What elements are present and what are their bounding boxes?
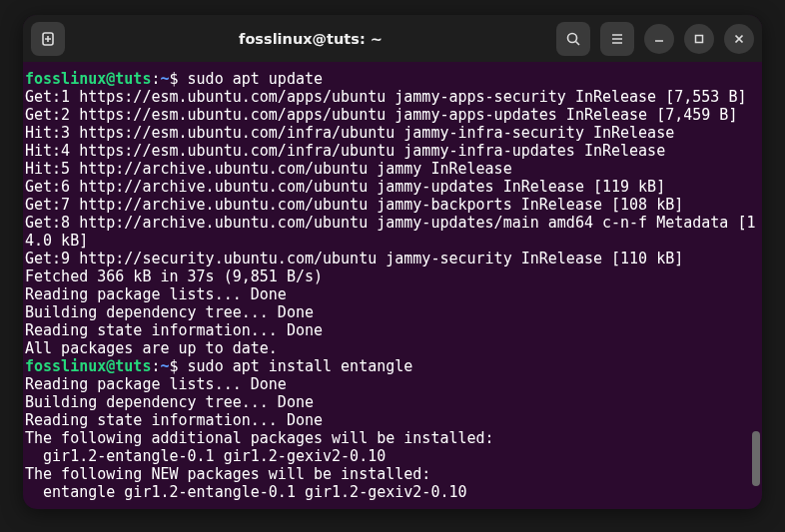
terminal-content[interactable]: fosslinux@tuts:~$ sudo apt update Get:1 … bbox=[23, 62, 762, 509]
output-line: Get:9 http://security.ubuntu.com/ubuntu … bbox=[25, 250, 760, 267]
svg-point-3 bbox=[568, 33, 577, 42]
output-line: The following NEW packages will be insta… bbox=[25, 465, 760, 483]
output-line: Reading state information... Done bbox=[25, 321, 760, 339]
output-line: Hit:4 https://esm.ubuntu.com/infra/ubunt… bbox=[25, 142, 760, 160]
output-line: Get:2 https://esm.ubuntu.com/apps/ubuntu… bbox=[25, 106, 760, 124]
output-line: Reading state information... Done bbox=[25, 411, 760, 429]
prompt-path: ~ bbox=[160, 70, 169, 88]
maximize-icon bbox=[692, 32, 706, 46]
command-text: sudo apt update bbox=[188, 70, 323, 88]
prompt-path: ~ bbox=[160, 357, 169, 375]
prompt-user: fosslinux@tuts bbox=[25, 70, 151, 88]
output-line: Reading package lists... Done bbox=[25, 285, 760, 303]
output-line: Get:1 https://esm.ubuntu.com/apps/ubuntu… bbox=[25, 88, 760, 106]
new-tab-button[interactable] bbox=[31, 22, 65, 56]
output-line: The following additional packages will b… bbox=[25, 429, 760, 447]
minimize-button[interactable] bbox=[644, 24, 674, 54]
menu-button[interactable] bbox=[600, 22, 634, 56]
close-icon bbox=[732, 32, 746, 46]
prompt-line: fosslinux@tuts:~$ sudo apt install entan… bbox=[25, 357, 760, 375]
output-line: Hit:3 https://esm.ubuntu.com/infra/ubunt… bbox=[25, 124, 760, 142]
search-button[interactable] bbox=[556, 22, 590, 56]
new-tab-icon bbox=[40, 31, 56, 47]
output-line: All packages are up to date. bbox=[25, 339, 760, 357]
output-line: gir1.2-entangle-0.1 gir1.2-gexiv2-0.10 bbox=[25, 447, 760, 465]
output-line: Reading package lists... Done bbox=[25, 375, 760, 393]
prompt-line: fosslinux@tuts:~$ sudo apt update bbox=[25, 70, 760, 88]
command-text: sudo apt install entangle bbox=[188, 357, 413, 375]
output-line: Building dependency tree... Done bbox=[25, 393, 760, 411]
output-line: Get:7 http://archive.ubuntu.com/ubuntu j… bbox=[25, 196, 760, 214]
maximize-button[interactable] bbox=[684, 24, 714, 54]
output-line: Get:8 http://archive.ubuntu.com/ubuntu j… bbox=[25, 214, 760, 250]
prompt-dollar: $ bbox=[170, 70, 179, 88]
output-line: Fetched 366 kB in 37s (9,851 B/s) bbox=[25, 267, 760, 285]
prompt-user: fosslinux@tuts bbox=[25, 357, 151, 375]
titlebar: fosslinux@tuts: ~ bbox=[23, 15, 762, 62]
output-line: Get:6 http://archive.ubuntu.com/ubuntu j… bbox=[25, 178, 760, 196]
output-line: Hit:5 http://archive.ubuntu.com/ubuntu j… bbox=[25, 160, 760, 178]
close-button[interactable] bbox=[724, 24, 754, 54]
svg-line-4 bbox=[576, 41, 580, 45]
titlebar-controls bbox=[556, 22, 754, 56]
svg-rect-9 bbox=[696, 35, 703, 42]
output-line: Building dependency tree... Done bbox=[25, 303, 760, 321]
terminal-window: fosslinux@tuts: ~ bbox=[23, 15, 762, 509]
prompt-dollar: $ bbox=[170, 357, 179, 375]
search-icon bbox=[565, 31, 581, 47]
minimize-icon bbox=[652, 32, 666, 46]
output-line: entangle gir1.2-entangle-0.1 gir1.2-gexi… bbox=[25, 483, 760, 501]
scrollbar-thumb[interactable] bbox=[752, 431, 760, 486]
window-title: fosslinux@tuts: ~ bbox=[73, 31, 548, 47]
hamburger-icon bbox=[609, 31, 625, 47]
